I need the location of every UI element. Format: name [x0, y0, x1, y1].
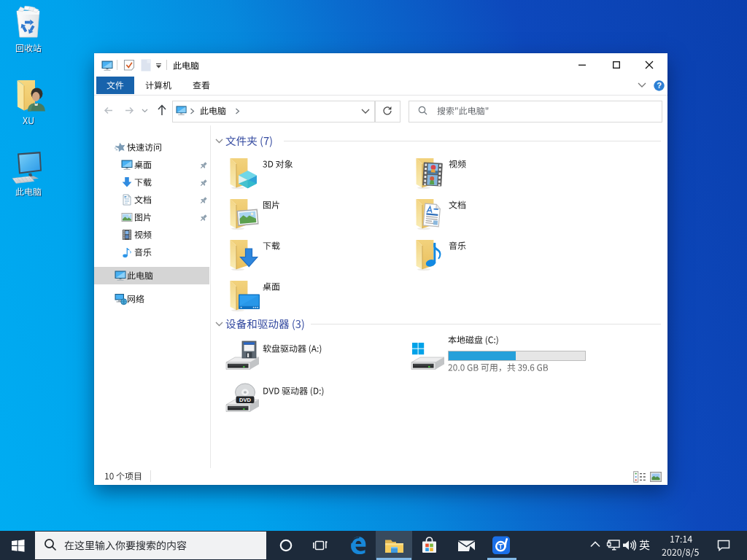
svg-text:?: ? — [657, 81, 662, 90]
svg-text:DVD: DVD — [239, 397, 251, 403]
